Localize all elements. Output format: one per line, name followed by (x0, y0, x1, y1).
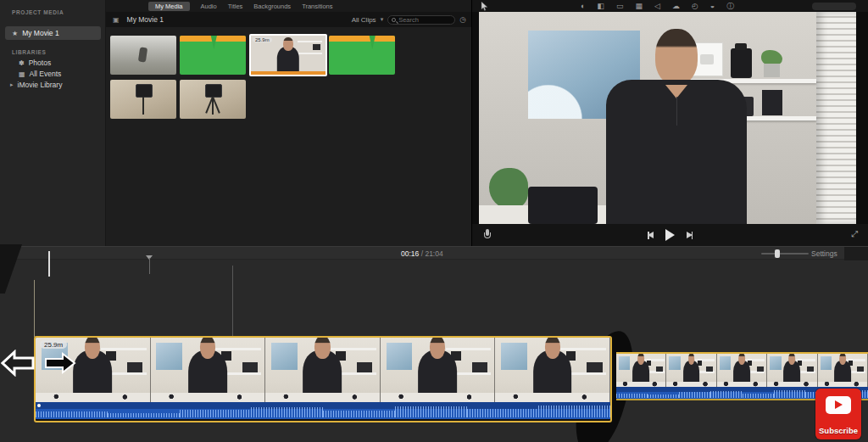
clock-icon[interactable]: ◷ (459, 15, 466, 24)
timeline-pane: 00:16 / 21:04 Settings (0, 246, 868, 442)
all-events-label: All Events (30, 70, 62, 78)
presenter-head (655, 29, 698, 85)
thumb-shelf (298, 41, 323, 54)
viewer-pane: ◐ ◧ ▭ ▦ ◁ ☁ ◴ ◒ ⓘ (472, 0, 868, 246)
clip-thumbnail-greenscreen-1[interactable] (180, 36, 246, 75)
total-time: 21:04 (425, 249, 442, 258)
effects-icon[interactable]: ◒ (710, 2, 715, 10)
subscribe-label: Subscribe (815, 426, 861, 435)
speed-icon[interactable]: ◴ (692, 2, 698, 10)
header-corner-block (844, 247, 868, 260)
pointer-cursor-icon (481, 2, 488, 11)
color-correction-icon[interactable]: ◧ (597, 2, 604, 10)
zoom-slider-thumb[interactable] (775, 249, 780, 258)
tab-my-media[interactable]: My Media (148, 2, 190, 11)
audio-waveform-band (36, 402, 610, 419)
preview-video (479, 12, 856, 224)
desk-equipment (528, 187, 598, 224)
white-left-arrow-cursor (1, 350, 35, 377)
fullscreen-icon[interactable]: ⤢ (851, 229, 858, 239)
adjust-toolbar: ◐ ◧ ▭ ▦ ◁ ☁ ◴ ◒ ⓘ (581, 0, 734, 12)
clip-thumbnail-skate[interactable] (110, 36, 176, 75)
left-plant (489, 168, 528, 209)
sidebar-item-all-events[interactable]: ▦ All Events (19, 70, 61, 78)
plant-object (760, 50, 784, 78)
stabilization-icon[interactable]: ▦ (635, 2, 643, 10)
black-right-arrow-cursor (44, 351, 76, 375)
filmstrip (616, 354, 868, 387)
time-indicator: 00:16 / 21:04 (401, 249, 443, 258)
toolbar-ghost-pill (812, 3, 856, 10)
sidebar-item-photos[interactable]: ✽ Photos (19, 59, 51, 67)
sidebar-project-label: My Movie 1 (22, 29, 58, 37)
project-star-icon: ★ (12, 30, 18, 37)
chevron-down-icon[interactable]: ▾ (381, 16, 384, 23)
browser-title: My Movie 1 (127, 15, 164, 24)
time-separator: / (421, 249, 423, 258)
filmstrip (36, 338, 610, 402)
clip-duration-badge: 25.9m (253, 37, 272, 42)
settings-button[interactable]: Settings (811, 249, 837, 258)
espresso-machine (762, 90, 782, 115)
imovie-library-label: iMovie Library (18, 81, 63, 89)
clip-range-bar (251, 71, 326, 75)
playhead-line[interactable] (48, 251, 50, 277)
tab-audio[interactable]: Audio (201, 3, 217, 10)
libraries-heading: LIBRARIES (12, 49, 46, 55)
tab-titles[interactable]: Titles (228, 3, 243, 10)
timeline-clip-selected[interactable]: 25.9m (34, 336, 612, 422)
project-media-icon: ▣ (113, 16, 120, 24)
sidebar-item-imovie-library[interactable]: ▸ iMovie Library (10, 81, 62, 89)
play-button[interactable] (665, 229, 675, 241)
clip-thumbnail-tripod-2[interactable] (180, 80, 246, 119)
disclosure-triangle-icon[interactable]: ▸ (10, 81, 14, 88)
overlay-wedge (0, 244, 22, 294)
crop-icon[interactable]: ▭ (616, 2, 624, 10)
tab-transitions[interactable]: Transitions (302, 3, 332, 10)
all-clips-filter[interactable]: All Clips (352, 16, 376, 24)
clip-thumbnail-tripod-1[interactable] (110, 80, 176, 119)
timeline-header: 00:16 / 21:04 Settings (0, 246, 868, 260)
noise-reduction-icon[interactable]: ☁ (672, 2, 680, 10)
viewer-controls: ⤢ (472, 224, 868, 246)
volume-icon[interactable]: ◁ (654, 2, 660, 10)
browser-header: ▣ My Movie 1 All Clips ▾ ◷ (106, 12, 471, 27)
color-balance-icon[interactable]: ◐ (581, 2, 585, 10)
previous-frame-button[interactable] (647, 232, 655, 239)
presenter-torso (606, 80, 747, 224)
media-browser: My Media Audio Titles Backgrounds Transi… (106, 0, 472, 246)
imovie-window: PROJECT MEDIA ★ My Movie 1 LIBRARIES ✽ P… (0, 0, 868, 442)
search-icon (392, 18, 396, 22)
youtube-play-icon (826, 396, 851, 414)
clip-thumbnail-greenscreen-2[interactable] (329, 36, 395, 75)
search-box[interactable] (387, 15, 455, 25)
marker-line (149, 258, 150, 274)
clip-thumbnail-selected[interactable]: 25.9m (249, 34, 327, 76)
info-icon[interactable]: ⓘ (726, 1, 734, 12)
next-frame-button[interactable] (685, 232, 693, 239)
current-time: 00:16 (401, 249, 419, 258)
viewer-toolbar: ◐ ◧ ▭ ▦ ◁ ☁ ◴ ◒ ⓘ (472, 0, 868, 12)
sidebar-item-my-movie[interactable]: ★ My Movie 1 (5, 26, 101, 40)
project-media-heading: PROJECT MEDIA (12, 9, 64, 15)
top-pane: PROJECT MEDIA ★ My Movie 1 LIBRARIES ✽ P… (0, 0, 868, 246)
clip-duration-label: 25.9m (40, 340, 67, 349)
window-blinds (816, 12, 856, 224)
tab-backgrounds[interactable]: Backgrounds (253, 3, 291, 10)
camera-object (731, 48, 752, 78)
zoom-slider-track[interactable] (761, 253, 809, 255)
all-events-icon: ▦ (19, 70, 25, 78)
browser-tabbar: My Media Audio Titles Backgrounds Transi… (106, 0, 471, 12)
search-input[interactable] (398, 16, 451, 24)
clip-edge-line (34, 280, 35, 337)
subscribe-overlay[interactable]: Subscribe (815, 389, 861, 439)
photos-label: Photos (29, 59, 51, 67)
photos-icon: ✽ (19, 59, 25, 67)
sidebar: PROJECT MEDIA ★ My Movie 1 LIBRARIES ✽ P… (0, 0, 106, 246)
skimmer-line (232, 266, 233, 337)
